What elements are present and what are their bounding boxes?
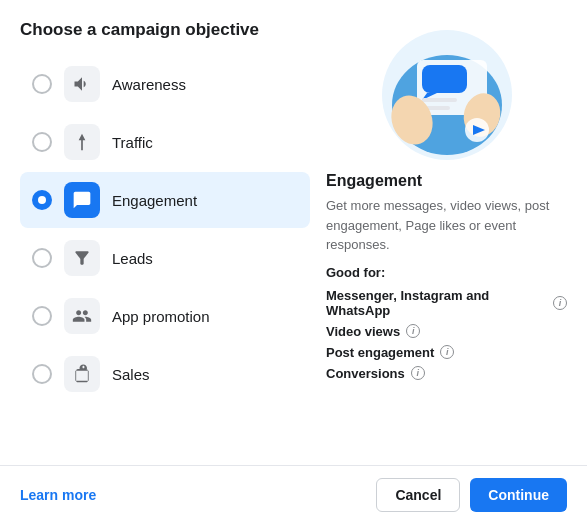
- objective-item-sales[interactable]: Sales: [20, 346, 310, 402]
- footer-buttons: Cancel Continue: [376, 478, 567, 512]
- radio-awareness[interactable]: [32, 74, 52, 94]
- tag-conversions-label: Conversions: [326, 366, 405, 381]
- svg-rect-3: [422, 65, 467, 93]
- app-promotion-icon: [64, 298, 100, 334]
- tag-list: Messenger, Instagram and WhatsApp i Vide…: [326, 288, 567, 381]
- radio-traffic[interactable]: [32, 132, 52, 152]
- engagement-label: Engagement: [112, 192, 197, 209]
- tag-messenger: Messenger, Instagram and WhatsApp i: [326, 288, 567, 318]
- objective-item-leads[interactable]: Leads: [20, 230, 310, 286]
- sales-label: Sales: [112, 366, 150, 383]
- tag-video-views: Video views i: [326, 324, 567, 339]
- detail-title: Engagement: [326, 172, 567, 190]
- learn-more-link[interactable]: Learn more: [20, 487, 96, 503]
- good-for-label: Good for:: [326, 265, 567, 280]
- radio-app-promotion[interactable]: [32, 306, 52, 326]
- sales-icon: [64, 356, 100, 392]
- tag-conversions-info-icon[interactable]: i: [411, 366, 425, 380]
- objective-item-awareness[interactable]: Awareness: [20, 56, 310, 112]
- objective-list: Awareness Traffic: [20, 56, 310, 402]
- detail-description: Get more messages, video views, post eng…: [326, 196, 567, 255]
- cancel-button[interactable]: Cancel: [376, 478, 460, 512]
- modal-footer: Learn more Cancel Continue: [0, 465, 587, 524]
- tag-conversions: Conversions i: [326, 366, 567, 381]
- awareness-label: Awareness: [112, 76, 186, 93]
- objective-item-traffic[interactable]: Traffic: [20, 114, 310, 170]
- leads-label: Leads: [112, 250, 153, 267]
- leads-icon: [64, 240, 100, 276]
- engagement-icon: [64, 182, 100, 218]
- tag-video-views-label: Video views: [326, 324, 400, 339]
- tag-video-views-info-icon[interactable]: i: [406, 324, 420, 338]
- tag-messenger-label: Messenger, Instagram and WhatsApp: [326, 288, 547, 318]
- tag-messenger-info-icon[interactable]: i: [553, 296, 567, 310]
- tag-post-engagement-label: Post engagement: [326, 345, 434, 360]
- svg-rect-5: [422, 98, 457, 102]
- objective-item-app-promotion[interactable]: App promotion: [20, 288, 310, 344]
- right-panel: Engagement Get more messages, video view…: [326, 20, 567, 445]
- left-panel: Choose a campaign objective Awareness: [20, 20, 310, 445]
- engagement-illustration: [367, 20, 527, 160]
- tag-post-engagement: Post engagement i: [326, 345, 567, 360]
- tag-post-engagement-info-icon[interactable]: i: [440, 345, 454, 359]
- radio-engagement[interactable]: [32, 190, 52, 210]
- radio-sales[interactable]: [32, 364, 52, 384]
- page-title: Choose a campaign objective: [20, 20, 310, 40]
- app-promotion-label: App promotion: [112, 308, 210, 325]
- objective-item-engagement[interactable]: Engagement: [20, 172, 310, 228]
- continue-button[interactable]: Continue: [470, 478, 567, 512]
- traffic-label: Traffic: [112, 134, 153, 151]
- awareness-icon: [64, 66, 100, 102]
- traffic-icon: [64, 124, 100, 160]
- radio-leads[interactable]: [32, 248, 52, 268]
